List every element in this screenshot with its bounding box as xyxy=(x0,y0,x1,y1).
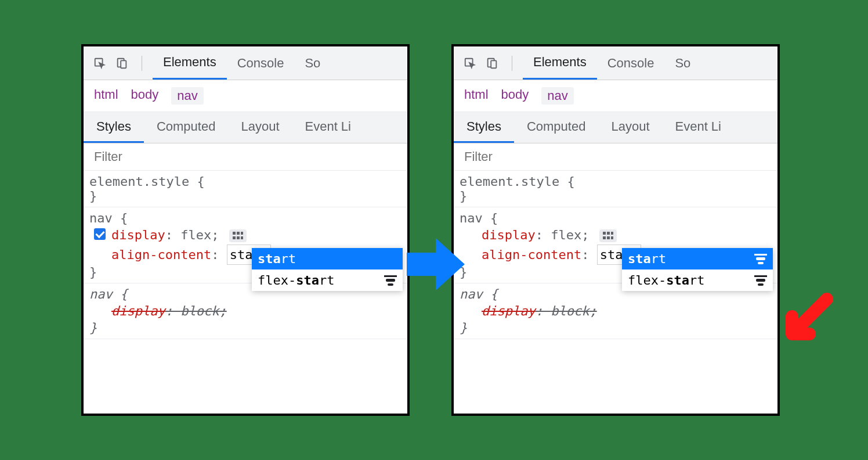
autocomplete-option-start[interactable]: start xyxy=(622,248,773,269)
inspect-icon[interactable] xyxy=(462,55,478,71)
brace-close-ua: } xyxy=(89,321,97,335)
svg-rect-7 xyxy=(237,236,240,239)
prop-name-display-overridden: display xyxy=(111,304,165,318)
rule-element-style[interactable]: element.style { } xyxy=(454,171,777,207)
device-toggle-icon[interactable] xyxy=(114,55,130,71)
styles-body: element.style { } nav { display: flex; a… xyxy=(84,171,407,339)
brace-close: } xyxy=(460,189,467,203)
prop-name-display-overridden: display xyxy=(482,304,536,318)
main-toolbar: Elements Console So xyxy=(84,46,407,80)
match-rest: rt xyxy=(281,251,296,266)
prop-name-display: display xyxy=(111,228,165,242)
inspect-icon[interactable] xyxy=(92,55,108,71)
crumb-html[interactable]: html xyxy=(94,87,118,105)
svg-rect-18 xyxy=(603,236,606,239)
svg-rect-8 xyxy=(241,236,243,239)
prop-value-flex: flex xyxy=(180,228,211,242)
crumb-nav[interactable]: nav xyxy=(171,87,203,105)
svg-rect-26 xyxy=(758,283,764,286)
flex-editor-icon[interactable] xyxy=(229,229,247,242)
crumb-nav[interactable]: nav xyxy=(541,87,573,105)
svg-rect-9 xyxy=(384,275,397,277)
breadcrumb: html body nav xyxy=(84,80,407,112)
svg-rect-24 xyxy=(754,275,767,277)
autocomplete-option-flex-start[interactable]: flex-start xyxy=(252,269,403,291)
tab-console[interactable]: Console xyxy=(227,48,295,79)
match-bold: sta xyxy=(628,251,651,266)
selector-nav: nav { xyxy=(460,211,498,225)
svg-rect-20 xyxy=(611,236,613,239)
crumb-body[interactable]: body xyxy=(501,87,529,105)
crumb-html[interactable]: html xyxy=(464,87,489,105)
typed-text: sta xyxy=(230,247,253,262)
selector-element-style: element.style { xyxy=(89,174,205,189)
prop-ua-display: display: block; xyxy=(89,301,402,321)
typed-text: sta xyxy=(600,247,623,262)
align-start-icon xyxy=(384,275,397,286)
selector-ua-nav: nav { xyxy=(89,287,128,301)
filter-input[interactable]: Filter xyxy=(454,143,777,171)
filter-input[interactable]: Filter xyxy=(84,143,407,171)
subtab-styles[interactable]: Styles xyxy=(84,112,144,143)
tab-elements[interactable]: Elements xyxy=(523,46,597,80)
tab-sources-truncated[interactable]: So xyxy=(294,48,331,79)
prop-value-flex: flex xyxy=(551,228,581,242)
svg-rect-16 xyxy=(607,232,610,235)
brace-close: } xyxy=(89,189,97,203)
svg-rect-17 xyxy=(611,232,613,235)
flex-editor-icon[interactable] xyxy=(599,229,617,242)
prop-display[interactable]: display: flex; xyxy=(89,225,402,245)
svg-rect-11 xyxy=(388,283,393,286)
rule-nav[interactable]: nav { display: flex; align-content: star… xyxy=(84,207,407,283)
svg-rect-4 xyxy=(237,232,240,235)
subtab-event-listeners-truncated[interactable]: Event Li xyxy=(663,112,735,143)
subtab-computed[interactable]: Computed xyxy=(144,112,229,143)
styles-body: element.style { } nav { display: flex; a… xyxy=(454,171,777,339)
crumb-body[interactable]: body xyxy=(131,87,159,105)
subtab-layout[interactable]: Layout xyxy=(228,112,292,143)
svg-rect-23 xyxy=(758,262,764,264)
subtab-event-listeners-truncated[interactable]: Event Li xyxy=(292,112,364,143)
autocomplete-option-flex-start[interactable]: flex-start xyxy=(622,269,773,291)
match-bold: sta xyxy=(296,273,319,288)
svg-rect-14 xyxy=(491,60,496,68)
svg-rect-5 xyxy=(241,232,243,235)
match-rest: rt xyxy=(651,251,667,266)
svg-rect-2 xyxy=(121,60,126,68)
devtools-panel-before: Elements Console So html body nav Styles… xyxy=(81,44,410,416)
autocomplete-option-start[interactable]: start xyxy=(252,248,403,269)
match-pre: flex- xyxy=(258,273,296,288)
prop-ua-display: display: block; xyxy=(460,301,772,321)
autocomplete-dropdown: start flex-start xyxy=(252,248,403,291)
rule-ua-nav[interactable]: nav { display: block; } xyxy=(454,283,777,339)
brace-close-ua: } xyxy=(460,321,467,335)
subtab-layout[interactable]: Layout xyxy=(598,112,662,143)
svg-rect-10 xyxy=(386,279,395,282)
svg-rect-19 xyxy=(607,236,610,239)
main-toolbar: Elements Console So xyxy=(454,46,777,80)
align-start-icon xyxy=(754,254,767,264)
brace-close-nav: } xyxy=(89,265,97,279)
rule-ua-nav[interactable]: nav { display: block; } xyxy=(84,283,407,339)
match-rest: rt xyxy=(689,273,705,288)
selector-element-style: element.style { xyxy=(460,174,575,189)
subtab-styles[interactable]: Styles xyxy=(454,112,514,143)
tab-elements[interactable]: Elements xyxy=(153,46,227,80)
toolbar-divider xyxy=(142,56,142,71)
rule-element-style[interactable]: element.style { } xyxy=(84,171,407,207)
device-toggle-icon[interactable] xyxy=(484,55,500,71)
svg-rect-22 xyxy=(756,257,765,260)
svg-rect-21 xyxy=(754,254,767,256)
tab-sources-truncated[interactable]: So xyxy=(664,48,701,79)
subtabs: Styles Computed Layout Event Li xyxy=(454,112,777,143)
transition-arrow-icon xyxy=(404,232,468,299)
tab-console[interactable]: Console xyxy=(597,48,665,79)
devtools-panel-after: Elements Console So html body nav Styles… xyxy=(451,44,780,416)
prop-value-block-overridden: block xyxy=(180,304,219,318)
prop-display[interactable]: display: flex; xyxy=(460,225,772,245)
prop-name-align-content: align-content xyxy=(111,247,211,262)
checkbox-enabled-icon[interactable] xyxy=(94,228,106,240)
match-bold: sta xyxy=(666,273,689,288)
subtab-computed[interactable]: Computed xyxy=(514,112,599,143)
rule-nav[interactable]: nav { display: flex; align-content: star… xyxy=(454,207,777,283)
